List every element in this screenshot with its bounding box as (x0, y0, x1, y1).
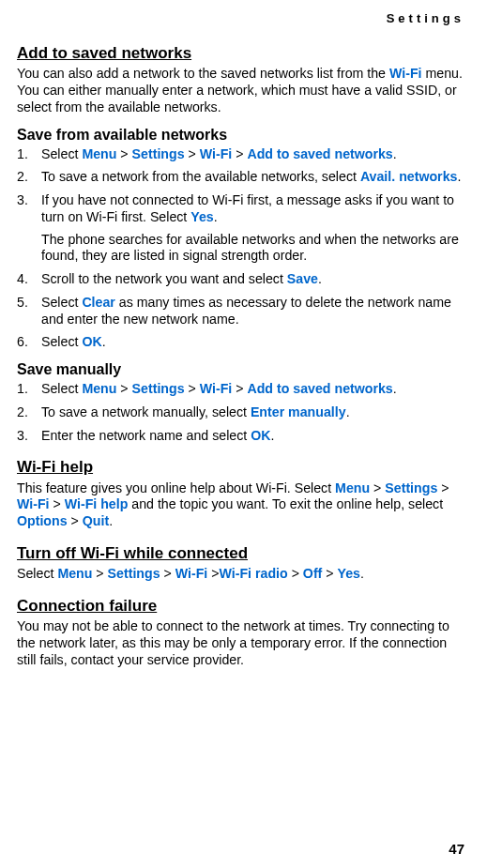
highlight-ok: OK (82, 334, 101, 349)
text: . (457, 169, 461, 184)
text: . (270, 428, 274, 443)
text: Select (41, 334, 82, 349)
text: Select (41, 381, 82, 396)
text: Select (41, 146, 82, 161)
list-item: 5. Select Clear as many times as necessa… (17, 295, 463, 328)
separator: > (232, 381, 247, 396)
separator: > (116, 146, 131, 161)
page-header: Settings (387, 11, 464, 26)
separator: > (288, 566, 303, 581)
text: . (393, 381, 397, 396)
section-turn-off-wifi: Turn off Wi-Fi while connected Select Me… (17, 543, 463, 583)
heading-save-available: Save from available networks (17, 126, 463, 145)
text: Scroll to the network you want and selec… (41, 271, 287, 286)
highlight-clear: Clear (82, 295, 115, 310)
highlight-wifi: Wi-Fi (17, 496, 50, 511)
text: . (360, 566, 364, 581)
step-number: 6. (17, 334, 28, 351)
text: . (346, 404, 350, 419)
step-number: 1. (17, 381, 28, 398)
highlight-wifi: Wi-Fi (200, 381, 233, 396)
list-item: 2. To save a network from the available … (17, 169, 463, 186)
highlight-options: Options (17, 513, 68, 528)
heading-add-to-saved: Add to saved networks (17, 43, 463, 63)
list-item: 3. Enter the network name and select OK. (17, 428, 463, 445)
highlight-settings: Settings (108, 566, 160, 581)
list-item: 6. Select OK. (17, 334, 463, 351)
ordered-list: 1. Select Menu > Settings > Wi-Fi > Add … (17, 146, 463, 352)
step-number: 1. (17, 146, 28, 163)
separator: > (370, 480, 385, 495)
section-connection-failure: Connection failure You may not be able t… (17, 596, 463, 669)
highlight-avail-networks: Avail. networks (360, 169, 458, 184)
step-number: 3. (17, 428, 28, 445)
section-add-to-saved: Add to saved networks You can also add a… (17, 43, 463, 116)
highlight-add-to-saved: Add to saved networks (247, 146, 392, 161)
sub-paragraph: The phone searches for available network… (41, 232, 463, 266)
highlight-wifi: Wi-Fi (175, 566, 208, 581)
highlight-wifi: Wi-Fi (389, 66, 422, 81)
step-number: 5. (17, 295, 28, 312)
step-number: 2. (17, 169, 28, 186)
separator: > (185, 146, 200, 161)
highlight-yes: Yes (338, 566, 360, 581)
section-save-manually: Save manually 1. Select Menu > Settings … (17, 360, 463, 444)
step-number: 2. (17, 404, 28, 421)
heading-connection-failure: Connection failure (17, 596, 463, 616)
highlight-settings: Settings (132, 381, 185, 396)
text: . (393, 146, 397, 161)
highlight-yes: Yes (190, 209, 213, 224)
separator: > (185, 381, 200, 396)
highlight-menu: Menu (82, 381, 116, 396)
highlight-save: Save (287, 271, 318, 286)
separator: > (437, 480, 449, 495)
text: To save a network from the available net… (41, 169, 360, 184)
highlight-wifi-help: Wi-Fi help (65, 496, 129, 511)
highlight-menu: Menu (57, 566, 92, 581)
step-number: 4. (17, 271, 28, 288)
highlight-wifi: Wi-Fi (200, 146, 233, 161)
separator: > (322, 566, 337, 581)
text: . (109, 513, 113, 528)
text: Select (41, 295, 82, 310)
text: You can also add a network to the saved … (17, 66, 389, 81)
highlight-add-to-saved: Add to saved networks (247, 381, 392, 396)
heading-save-manually: Save manually (17, 360, 463, 379)
highlight-menu: Menu (335, 480, 370, 495)
list-item: 1. Select Menu > Settings > Wi-Fi > Add … (17, 146, 463, 163)
text: . (318, 271, 322, 286)
list-item: 2. To save a network manually, select En… (17, 404, 463, 421)
separator: > (68, 513, 83, 528)
highlight-enter-manually: Enter manually (251, 404, 346, 419)
list-item: 3. If you have not connected to Wi-Fi fi… (17, 192, 463, 265)
text: Enter the network name and select (41, 428, 251, 443)
separator: > (92, 566, 107, 581)
separator: > (116, 381, 131, 396)
heading-wifi-help: Wi-Fi help (17, 457, 463, 477)
section-wifi-help: Wi-Fi help This feature gives you online… (17, 457, 463, 530)
highlight-wifi-radio: Wi-Fi radio (220, 566, 288, 581)
paragraph: You may not be able to connect to the ne… (17, 618, 463, 668)
paragraph: Select Menu > Settings > Wi-Fi >Wi-Fi ra… (17, 566, 463, 583)
text: If you have not connected to Wi-Fi first… (41, 192, 454, 224)
highlight-off: Off (303, 566, 323, 581)
heading-turn-off-wifi: Turn off Wi-Fi while connected (17, 543, 463, 563)
ordered-list: 1. Select Menu > Settings > Wi-Fi > Add … (17, 381, 463, 444)
text: . (214, 209, 218, 224)
text: This feature gives you online help about… (17, 480, 335, 495)
list-item: 4. Scroll to the network you want and se… (17, 271, 463, 288)
highlight-settings: Settings (132, 146, 185, 161)
paragraph: You can also add a network to the saved … (17, 66, 463, 115)
page-content: Add to saved networks You can also add a… (17, 43, 463, 668)
text: Select (17, 566, 57, 581)
list-item: 1. Select Menu > Settings > Wi-Fi > Add … (17, 381, 463, 398)
separator: > (207, 566, 219, 581)
highlight-quit: Quit (83, 513, 109, 528)
section-save-available: Save from available networks 1. Select M… (17, 126, 463, 352)
highlight-settings: Settings (385, 480, 437, 495)
paragraph: This feature gives you online help about… (17, 480, 463, 530)
highlight-ok: OK (251, 428, 270, 443)
page-number: 47 (449, 841, 464, 859)
text: . (102, 334, 106, 349)
separator: > (50, 496, 65, 511)
